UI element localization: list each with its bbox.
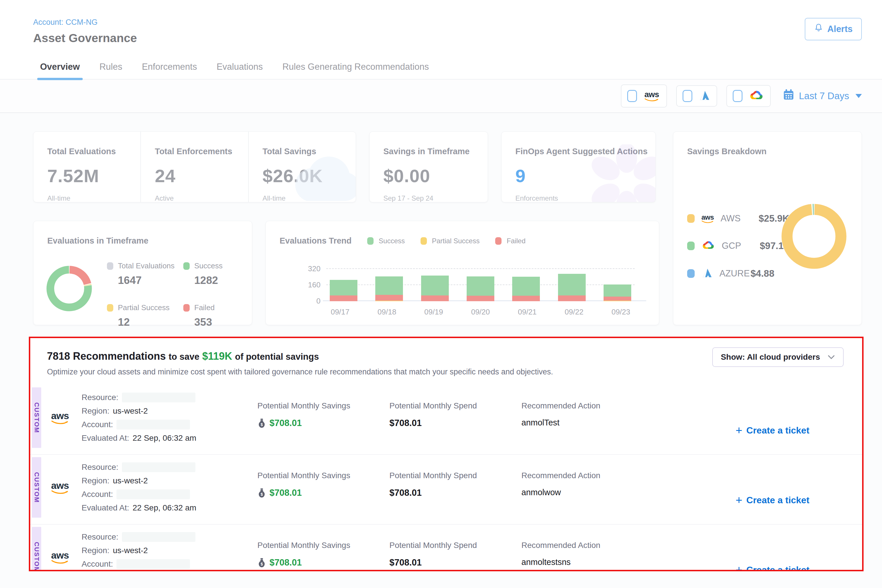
caret-down-icon	[855, 94, 862, 98]
create-ticket-button[interactable]: + Create a ticket	[736, 411, 809, 450]
x-axis-label: 09/20	[463, 308, 498, 316]
stat-value: $0.00	[383, 165, 488, 186]
date-range-selector[interactable]: Last 7 Days	[783, 89, 862, 103]
stat-label: Total Enforcements	[155, 147, 248, 156]
gcp-logo-icon	[701, 240, 716, 252]
card-label: Savings in Timeframe	[383, 147, 488, 156]
gcp-checkbox[interactable]	[733, 90, 742, 102]
main-content: Total Evaluations 7.52M All-time Total E…	[0, 113, 882, 588]
potential-monthly-spend: Potential Monthly Spend $708.01	[389, 455, 521, 520]
evaluations-trend-card: Evaluations Trend Success Partial Succes…	[266, 221, 659, 325]
azure-checkbox[interactable]	[682, 90, 692, 102]
azure-logo-icon	[701, 268, 713, 279]
top-bar: Account: CCM-NG Asset Governance Alerts	[0, 0, 882, 45]
trend-bar-09-17	[330, 280, 357, 301]
title-block: Account: CCM-NG Asset Governance	[33, 18, 137, 45]
recommendation-row: CUSTOM aws Resource: Region:us-west-2 Ac…	[30, 454, 862, 520]
card-title: Evaluations in Timeframe	[47, 236, 148, 246]
save-prefix: to save	[169, 352, 200, 362]
card-title: Evaluations Trend	[280, 236, 352, 246]
tab-enforcements[interactable]: Enforcements	[141, 57, 198, 79]
stat-value: $26.0K	[262, 165, 356, 186]
resource-details: Resource: Region:us-west-2 Account: Eval…	[79, 455, 257, 520]
trend-bar-09-18	[375, 276, 403, 301]
x-axis-label: 09/17	[323, 308, 357, 316]
breakdown-legend: aws AWS $25.9K	[687, 213, 789, 279]
card-title: Savings Breakdown	[687, 147, 861, 156]
recommendations-subtitle: Optimize your cloud assets and minimize …	[47, 368, 862, 376]
alerts-button[interactable]: Alerts	[805, 18, 862, 40]
stat-caption: Sep 17 - Sep 24	[383, 194, 488, 202]
trend-legend-partial-success: Partial Success	[420, 237, 480, 245]
trend-bar-09-23	[604, 285, 631, 301]
tab-rules-generating-recommendations[interactable]: Rules Generating Recommendations	[281, 57, 430, 79]
trend-plot-area	[326, 258, 635, 301]
bell-icon	[814, 23, 823, 35]
aws-logo-icon: aws	[51, 480, 69, 494]
evaluations-legend: Total Evaluations 1647 Success 1282 Part…	[107, 261, 260, 328]
evaluations-in-timeframe-card: Evaluations in Timeframe Total Evaluatio…	[33, 221, 252, 325]
stat-caption: All-time	[47, 194, 140, 202]
redacted-account-value	[117, 559, 190, 569]
trend-bar-09-22	[558, 274, 586, 301]
filter-bar: aws Last 7 Days	[0, 80, 882, 113]
svg-text:$: $	[261, 423, 263, 427]
legend-partial-success: Partial Success 12	[107, 303, 183, 328]
provider-filter-aws[interactable]: aws	[621, 84, 667, 108]
stat-total-enforcements: Total Enforcements 24 Active	[140, 132, 248, 202]
stats-card: Total Evaluations 7.52M All-time Total E…	[33, 131, 356, 202]
alerts-label: Alerts	[827, 24, 853, 34]
recommended-action: Recommended Action anmoltestsns	[521, 525, 683, 571]
evaluations-donut-chart	[44, 264, 94, 313]
cloud-provider-filter-dropdown[interactable]: Show: All cloud providers	[712, 347, 844, 367]
savings-breakdown-donut-chart	[778, 201, 849, 272]
provider-cell: aws	[41, 385, 79, 450]
tab-bar: Overview Rules Enforcements Evaluations …	[0, 57, 882, 80]
azure-logo-icon	[698, 90, 711, 102]
provider-filter-azure[interactable]	[676, 86, 717, 106]
provider-filter-gcp[interactable]	[726, 85, 771, 107]
aws-logo-icon: aws	[51, 411, 69, 424]
account-breadcrumb[interactable]: Account: CCM-NG	[33, 18, 137, 27]
aws-logo-icon: aws	[51, 550, 69, 564]
tab-rules[interactable]: Rules	[98, 57, 123, 79]
legend-success: Success 1282	[183, 261, 260, 286]
stat-caption: Enforcements	[515, 194, 656, 202]
legend-failed: Failed 353	[183, 303, 260, 328]
resource-details: Resource: Region:us-west-2 Account: Eval…	[79, 525, 257, 571]
create-ticket-button[interactable]: + Create a ticket	[736, 550, 809, 571]
stat-value: 7.52M	[47, 165, 140, 186]
create-ticket-button[interactable]: + Create a ticket	[736, 480, 809, 520]
recommended-action: Recommended Action anmolTest	[521, 385, 683, 450]
dropdown-selected-value: Show: All cloud providers	[721, 352, 820, 362]
calendar-icon	[783, 89, 794, 103]
aws-checkbox[interactable]	[627, 90, 637, 102]
redacted-resource-value	[122, 532, 195, 542]
trend-legend-success: Success	[367, 237, 405, 245]
tab-overview[interactable]: Overview	[39, 57, 81, 79]
x-axis-label: 09/21	[510, 308, 544, 316]
money-bag-icon: $	[257, 558, 266, 567]
trend-bars	[326, 258, 635, 301]
redacted-resource-value	[122, 393, 195, 402]
recommended-action: Recommended Action anmolwow	[521, 455, 683, 520]
chevron-down-icon	[828, 355, 835, 359]
stat-total-savings: Total Savings $26.0K All-time	[248, 132, 356, 202]
provider-cell: aws	[41, 525, 79, 571]
finops-suggested-actions-card: FinOps Agent Suggested Actions 9 Enforce…	[501, 131, 656, 202]
trend-bar-09-19	[421, 276, 449, 301]
potential-monthly-savings: Potential Monthly Savings $ $708.01	[257, 525, 389, 571]
stat-caption: All-time	[262, 194, 356, 202]
savings-breakdown-card: Savings Breakdown aws AWS $25.9K	[673, 131, 862, 325]
recommendations-panel-annotation: 7818 Recommendations to save $119K of po…	[29, 337, 864, 571]
tab-evaluations[interactable]: Evaluations	[215, 57, 264, 79]
provider-cell: aws	[41, 455, 79, 520]
potential-monthly-savings: Potential Monthly Savings $ $708.01	[257, 385, 389, 450]
potential-savings-amount: $119K	[202, 350, 232, 362]
y-axis-tick-0: 0	[300, 297, 321, 306]
savings-timeframe-card: Savings in Timeframe $0.00 Sep 17 - Sep …	[369, 131, 488, 202]
x-axis-label: 09/18	[369, 308, 404, 316]
stat-label: Total Evaluations	[47, 147, 140, 156]
card-label: FinOps Agent Suggested Actions	[515, 147, 656, 156]
trend-legend-failed: Failed	[495, 237, 525, 245]
